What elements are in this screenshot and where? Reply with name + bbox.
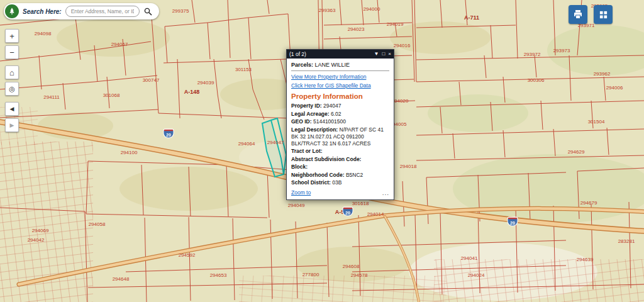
- gis-map-app: 299375299363294000293965A-71129401929397…: [0, 0, 644, 302]
- field-school-district: School District: 03B: [291, 179, 389, 186]
- popup-body: Parcels: LANE WILLIE View More Property …: [287, 59, 394, 199]
- app-logo: [5, 4, 19, 18]
- field-legal-description: Legal Description: N/PART OF SC 41 BK 32…: [291, 126, 389, 147]
- field-property-id: Property ID: 294047: [291, 103, 389, 109]
- popup-title: (1 of 2): [289, 51, 371, 57]
- urban-grid-southeast: [434, 259, 644, 302]
- more-info-link[interactable]: View More Property Information: [291, 74, 389, 80]
- shapefile-link[interactable]: Click Here for GIS Shapefile Data: [291, 82, 389, 89]
- zoom-out-button[interactable]: −: [5, 45, 19, 59]
- parcels-line: Parcels: LANE WILLIE: [291, 62, 389, 71]
- previous-extent-button[interactable]: ◀: [5, 102, 19, 116]
- parcels-label: Parcels:: [291, 62, 313, 68]
- toolbar-top-right: [569, 5, 613, 24]
- minus-icon: −: [9, 48, 14, 57]
- home-button[interactable]: ⌂: [5, 65, 19, 79]
- parcels-value: LANE WILLIE: [315, 62, 350, 68]
- popup-titlebar[interactable]: (1 of 2) ▼ □ ×: [287, 50, 394, 59]
- maximize-icon[interactable]: □: [382, 52, 385, 57]
- print-button[interactable]: [569, 5, 587, 24]
- search-input[interactable]: [65, 6, 140, 17]
- field-abstract-subdivision-code: Abstract Subdivision Code:: [291, 156, 389, 163]
- locate-button[interactable]: ◎: [5, 82, 19, 96]
- field-neighborhood-code: Neighborhood Code: B5NC2: [291, 172, 389, 179]
- tree-icon: [8, 7, 16, 16]
- search-button[interactable]: [143, 6, 153, 16]
- popup-options-button[interactable]: ...: [382, 189, 389, 196]
- printer-icon: [573, 9, 583, 20]
- search-bar: Search Here:: [4, 3, 159, 20]
- apps-grid-button[interactable]: [594, 5, 613, 24]
- zoom-in-button[interactable]: +: [5, 29, 19, 43]
- search-label: Search Here:: [23, 8, 62, 15]
- field-block: Block:: [291, 164, 389, 171]
- arrow-left-icon: ◀: [10, 106, 14, 112]
- map-nav-controls: + − ⌂ ◎ ◀ ▶: [5, 29, 19, 132]
- plus-icon: +: [9, 32, 14, 40]
- arrow-right-icon: ▶: [10, 123, 14, 128]
- field-tract-or-lot: Tract or Lot:: [291, 148, 389, 155]
- field-geo-id: GEO ID: 51441001500: [291, 118, 389, 125]
- close-icon[interactable]: ×: [388, 52, 391, 57]
- crosshair-icon: ◎: [9, 86, 15, 92]
- search-icon: [144, 8, 152, 16]
- collapse-icon[interactable]: ▼: [374, 52, 379, 57]
- next-extent-button[interactable]: ▶: [5, 118, 19, 132]
- field-legal-acreage: Legal Acreage: 6.02: [291, 111, 389, 118]
- popup-window: (1 of 2) ▼ □ × Parcels: LANE WILLIE View…: [286, 49, 394, 200]
- zoom-to-link[interactable]: Zoom to: [291, 189, 311, 196]
- popup-footer: Zoom to ...: [291, 189, 389, 196]
- property-info-heading: Property Information: [291, 92, 389, 100]
- grid-icon: [599, 10, 608, 20]
- home-icon: ⌂: [9, 69, 14, 77]
